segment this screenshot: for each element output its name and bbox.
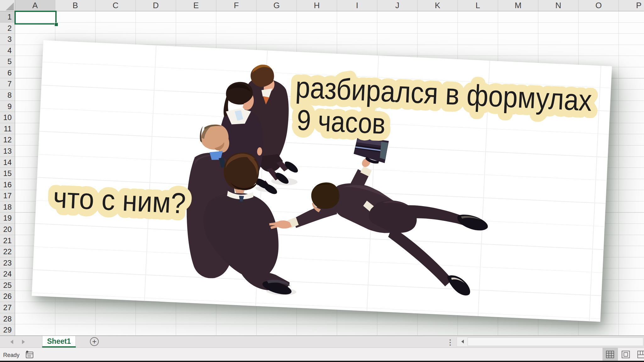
svg-text:что с ним?: что с ним? (53, 181, 186, 219)
svg-text:9 часов: 9 часов (296, 104, 386, 140)
